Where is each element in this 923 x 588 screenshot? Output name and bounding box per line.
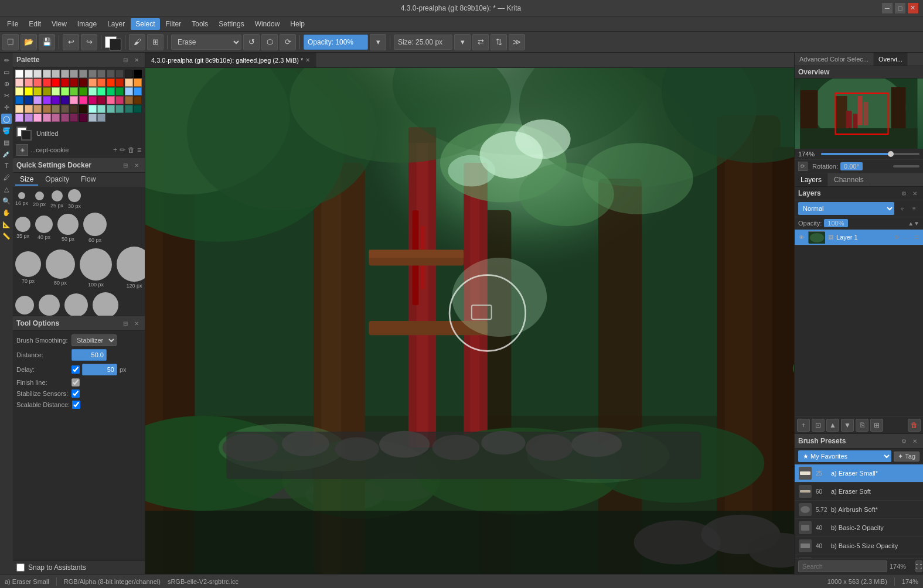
swatch-78[interactable] [88,114,97,122]
swatch-52[interactable] [107,96,115,104]
swatch-64[interactable] [88,105,97,113]
layer-up-button[interactable]: ▲ [826,419,839,432]
brush-size-50[interactable]: 50 px [57,214,79,242]
swatch-16[interactable] [33,78,42,87]
rotation-slider[interactable] [893,165,919,167]
size-input[interactable] [394,35,452,50]
swatch-11[interactable] [115,70,124,78]
swatch-19[interactable] [61,78,69,87]
qs-tab-size[interactable]: Size [15,174,38,186]
add-layer-button[interactable]: + [797,419,810,432]
swatch-66[interactable] [107,105,115,113]
layer-type-button[interactable]: ⊡ [812,419,825,432]
rotation-icon[interactable]: ⟳ [798,162,808,171]
layer-action-1[interactable]: ⚙ [893,233,901,241]
delay-checkbox[interactable] [71,365,80,374]
swatch-35[interactable] [79,87,87,95]
tool-assistant[interactable]: 📏 [1,231,12,241]
swatch-41[interactable] [134,87,142,95]
tool-paint[interactable]: ✏ [1,55,12,66]
swatch-20[interactable] [70,78,78,87]
tool-move[interactable]: ✛ [1,102,12,112]
more-options-button[interactable]: ≫ [509,34,525,50]
brush-size-300[interactable]: 300 px [93,292,118,316]
fg-bg-colors[interactable] [16,127,33,141]
swatch-37[interactable] [97,87,105,95]
save-button[interactable]: 💾 [39,34,55,50]
swatch-5[interactable] [61,70,69,78]
swatch-26[interactable] [125,78,133,87]
swatch-12[interactable] [125,70,133,78]
delete-color-button[interactable]: 🗑 [128,146,135,154]
swatch-77[interactable] [79,114,87,122]
swatch-72[interactable] [33,114,42,122]
brush-size-70[interactable]: 70 px [15,251,41,284]
reset-brush-button[interactable]: ↺ [243,34,260,50]
opacity-input[interactable] [304,35,368,50]
brush-item-1[interactable]: 25 a) Eraser Small* [795,464,923,483]
layer-action-3[interactable]: ☰ [912,233,921,241]
opacity-arrow-down[interactable]: ▾ [370,34,386,50]
redo-button[interactable]: ↪ [81,34,97,50]
brush-smoothing-select[interactable]: Stabilizer Basic Weighted [71,334,117,346]
menu-layer[interactable]: Layer [103,18,130,30]
tool-eraser[interactable]: ◯ [1,114,12,124]
swatch-9[interactable] [97,70,105,78]
swatch-75[interactable] [61,114,69,122]
menu-file[interactable]: File [2,18,23,30]
swatch-58[interactable] [33,105,42,113]
tab-overview[interactable]: Overvi... [874,53,908,66]
swatch-51[interactable] [97,96,105,104]
tab-advanced-color[interactable]: Advanced Color Selec... [795,53,874,66]
color-options-button[interactable]: ≡ [137,146,141,154]
tool-ruler[interactable]: 📐 [1,219,12,230]
swatch-29[interactable] [25,87,33,95]
finish-line-checkbox[interactable] [71,378,80,387]
brush-size-25[interactable]: 25 px [50,190,63,208]
swatch-65[interactable] [97,105,105,113]
scalable-distance-checkbox[interactable] [72,401,80,409]
menu-tools[interactable]: Tools [187,18,213,30]
menu-settings[interactable]: Settings [214,18,248,30]
swatch-2[interactable] [33,70,42,78]
preset-filter-select[interactable]: ★ My Favorites All Presets [798,450,891,462]
menu-edit[interactable]: Edit [24,18,46,30]
foreground-color-button[interactable] [105,34,121,50]
bp-close-button[interactable]: ✕ [910,436,919,446]
tool-text[interactable]: T [1,160,12,171]
blend-filter-button[interactable]: ▿ [897,203,907,214]
canvas-tab-close-icon[interactable]: ✕ [305,57,310,63]
zoom-slider[interactable] [821,153,919,155]
delay-input[interactable] [82,364,117,375]
swatch-46[interactable] [52,96,60,104]
brush-size-60[interactable]: 60 px [83,213,107,243]
brush-refresh-button[interactable]: ⟳ [280,34,296,50]
brush-item-3[interactable]: 5.72 b) Airbrush Soft* [795,501,923,519]
layer-item-1[interactable]: 👁 🖼 Layer 1 ⚙ … ☰ [795,230,923,245]
tool-path[interactable]: 🖊 [1,172,12,183]
swatch-74[interactable] [52,114,60,122]
swatch-13[interactable] [134,70,142,78]
swatch-44[interactable] [33,96,42,104]
swatch-24[interactable] [107,78,115,87]
brush-settings-button[interactable]: ⬡ [261,34,278,50]
minimize-button[interactable]: ─ [882,3,893,13]
menu-filter[interactable]: Filter [161,18,186,30]
to-close-button[interactable]: ✕ [132,319,141,328]
swatch-54[interactable] [125,96,133,104]
tool-zoom[interactable]: 🔍 [1,196,12,206]
stabilize-sensors-checkbox[interactable] [71,389,80,398]
new-document-button[interactable]: ☐ [2,34,19,50]
size-arrow-down[interactable]: ▾ [454,34,471,50]
tool-select-rect[interactable]: ▭ [1,67,12,77]
brush-mode-button[interactable]: 🖌 [129,34,145,50]
brush-size-40[interactable]: 40 px [35,216,53,240]
qs-tab-flow[interactable]: Flow [76,174,100,186]
flip-h-button[interactable]: ⇄ [472,34,489,50]
palette-dock-button[interactable]: ⊟ [121,55,130,64]
swatch-4[interactable] [52,70,60,78]
swatch-10[interactable] [107,70,115,78]
swatch-70[interactable] [15,114,23,122]
brush-size-200[interactable]: 200 px [39,295,60,316]
menu-view[interactable]: View [47,18,71,30]
